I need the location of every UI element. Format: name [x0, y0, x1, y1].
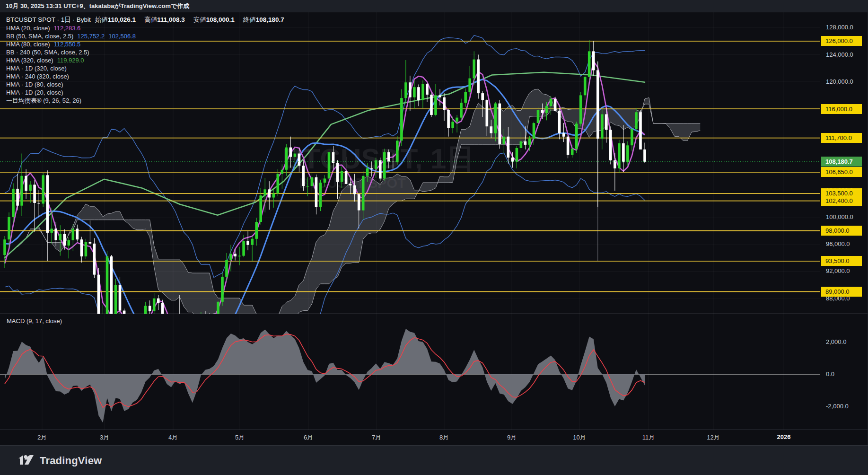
chart-area[interactable]: BTCUSDT, 1日BTCUSDT SPOT [0, 12, 820, 430]
chart-canvas[interactable]: BTCUSDT, 1日BTCUSDT SPOT [0, 12, 820, 430]
macd-tick-label: 0.0 [826, 370, 834, 378]
time-axis-label: 8月 [439, 433, 449, 442]
price-tick-label: 124,000.0 [826, 51, 853, 59]
price-tick-label: 120,000.0 [826, 78, 853, 86]
time-axis[interactable]: 2月3月4月5月6月7月8月9月10月11月12月2026 [0, 430, 868, 445]
level-price-label: 98,000.0 [821, 226, 862, 236]
time-axis-label: 5月 [235, 433, 245, 442]
level-price-label: 93,500.0 [821, 256, 862, 266]
tradingview-chart-screenshot: 10月 30, 2025 13:31 UTC+9、takatabaがTradin… [0, 0, 868, 475]
price-tick-label: 128,000.0 [826, 23, 853, 32]
pane-separator[interactable] [0, 314, 868, 314]
price-tick-label: 100,000.0 [826, 213, 853, 221]
price-axis[interactable]: 128,000.0124,000.0120,000.0112,000.0108,… [820, 12, 868, 430]
attribution-bar: 10月 30, 2025 13:31 UTC+9、takatabaがTradin… [0, 0, 868, 12]
time-axis-label: 6月 [304, 433, 313, 442]
time-axis-label: 11月 [642, 433, 655, 442]
current-price-label: 108,180.7 [821, 157, 862, 167]
macd-tick-label: 2,000.0 [826, 338, 846, 346]
price-tick-label: 92,000.0 [826, 267, 850, 275]
time-axis-label: 10月 [573, 433, 586, 442]
footer-bar: TradingView [0, 445, 868, 475]
watermark-line1: BTCUSDT, 1日 [282, 143, 475, 175]
time-axis-label: 12月 [707, 433, 719, 442]
macd-legend-text: MACD (9, 17, close) [7, 317, 62, 325]
time-axis-label: 3月 [100, 433, 109, 442]
macd-legend: MACD (9, 17, close) [7, 317, 62, 325]
level-price-label: 106,650.0 [821, 167, 862, 177]
axis-corner-divider [820, 430, 820, 446]
brand-name: TradingView [40, 455, 102, 467]
time-axis-label: 2月 [37, 433, 47, 442]
level-price-label: 102,400.0 [821, 196, 862, 206]
tradingview-logo-icon[interactable] [18, 455, 34, 467]
macd-tick-label: -2,000.0 [826, 402, 849, 411]
time-axis-label: 2026 [777, 433, 791, 440]
level-price-label: 116,000.0 [821, 104, 862, 114]
level-price-label: 89,000.0 [821, 287, 862, 297]
level-price-label: 111,700.0 [821, 133, 862, 143]
price-tick-label: 96,000.0 [826, 240, 850, 248]
time-axis-label: 4月 [168, 433, 178, 442]
time-axis-label: 7月 [372, 433, 381, 442]
attribution-text: 10月 30, 2025 13:31 UTC+9、takatabaがTradin… [6, 2, 189, 10]
level-price-label: 126,000.0 [821, 36, 862, 46]
time-axis-label: 9月 [507, 433, 517, 442]
